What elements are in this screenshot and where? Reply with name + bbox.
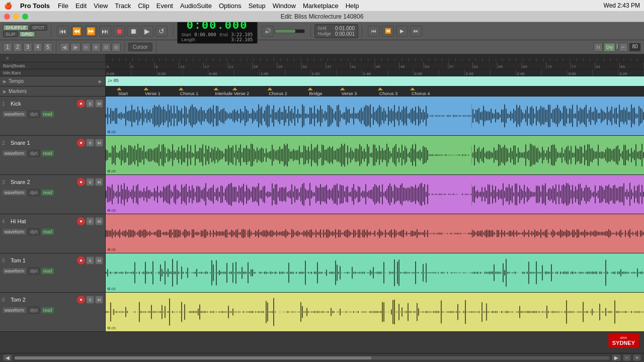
read-btn-2[interactable]: read [41,150,54,157]
zoom-expand-button[interactable]: ⊞ [112,43,121,52]
markers-content [106,86,644,96]
monitor-button[interactable]: 🔊 [262,26,274,37]
menu-edit[interactable]: Edit [75,2,87,10]
zoom-out-button[interactable]: ⊖ [82,43,91,52]
dyn-btn-2[interactable]: dyn [28,150,40,157]
waveform-btn-2[interactable]: waveform [2,150,27,157]
waveform-btn-3[interactable]: waveform [2,189,27,196]
zoom-in-btn[interactable]: + [633,354,641,361]
dyn-btn-3[interactable]: dyn [28,189,40,196]
zoom-out-btn[interactable]: − [623,354,631,361]
shuffle-button[interactable]: SHUFFLE [3,25,29,31]
waveform-btn-4[interactable]: waveform [2,228,27,235]
scroll-right-button[interactable]: ▶ [612,354,621,361]
menu-setup[interactable]: Setup [249,2,266,10]
dyn-btn-4[interactable]: dyn [28,228,40,235]
go-to-end-button[interactable]: ⏭ [99,26,111,37]
apple-menu[interactable]: 🍎 [4,2,12,10]
go-to-start-button[interactable]: ⏮ [57,26,69,37]
solo-btn-3[interactable]: S [86,178,94,186]
solo-btn-6[interactable]: S [86,296,94,304]
dyn-btn-1[interactable]: dyn [28,111,40,118]
horizontal-scrollbar[interactable] [14,356,610,360]
read-btn-3[interactable]: read [41,189,54,196]
menu-track[interactable]: Track [115,2,131,10]
solo-btn-1[interactable]: S [86,100,94,108]
minimize-button[interactable] [13,14,19,20]
solo-btn-4[interactable]: S [86,217,94,225]
zoom-forward-button[interactable]: |▶ [70,43,80,52]
scroll-left-button[interactable]: ◀ [3,354,12,361]
record-arm-4[interactable]: ● [77,217,85,225]
midi-button[interactable]: M [594,43,603,52]
read-btn-6[interactable]: read [41,307,54,314]
volume-slider[interactable] [275,29,305,33]
menu-marketplace[interactable]: Marketplace [303,2,339,10]
mute-btn-1[interactable]: M [95,100,103,108]
read-btn-5[interactable]: read [41,267,54,275]
ruler-canvas-bars [106,62,644,69]
grid-value: 0:01.000 [335,26,355,31]
tracks-scroll[interactable]: 1Kick●SMwaveformdynread0 dB⊲2Snare 1●SMw… [0,97,644,353]
dyn-btn-6[interactable]: dyn [28,307,40,314]
stop-button[interactable]: ⏹ [127,26,139,37]
num-btn-4[interactable]: 4 [33,43,42,52]
close-button[interactable] [4,14,10,20]
waveform-btn-6[interactable]: waveform [2,307,27,314]
track-name-1: Kick [11,101,75,107]
extra-btn-2[interactable]: ⏪ [382,26,394,37]
menu-window[interactable]: Window [273,2,296,10]
spot-button[interactable]: SPOT [30,25,47,31]
mute-btn-3[interactable]: M [95,178,103,186]
mute-btn-5[interactable]: M [95,256,103,264]
tempo-expand[interactable]: ▶ [99,79,102,84]
loop-button[interactable]: ↺ [155,26,168,37]
record-arm-2[interactable]: ● [77,139,85,147]
num-btn-1[interactable]: 1 [3,43,12,52]
mute-btn-2[interactable]: M [95,139,103,147]
fast-forward-button[interactable]: ⏩ [85,26,97,37]
read-btn-1[interactable]: read [41,111,54,118]
num-btn-5[interactable]: 5 [43,43,52,52]
left-sidebar-toggle[interactable]: ≡ [6,55,9,61]
menu-file[interactable]: File [58,2,68,10]
menu-options[interactable]: Options [219,2,242,10]
record-arm-6[interactable]: ● [77,296,85,304]
markers-expand[interactable]: ▶ [3,89,7,94]
slip-button[interactable]: SLIP [3,31,18,37]
menu-help[interactable]: Help [346,2,359,10]
track-content-6: 0 dB⊲ [106,293,644,331]
expand-arrow[interactable]: ▶ [3,79,7,84]
mute-btn-6[interactable]: M [95,296,103,304]
record-button[interactable]: ⏺ [113,26,125,37]
dyn-btn-5[interactable]: dyn [28,267,40,275]
zoom-fit-button[interactable]: ⊟ [102,43,111,52]
solo-btn-5[interactable]: S [86,256,94,264]
record-arm-1[interactable]: ● [77,100,85,108]
pencil-button[interactable]: ✏ [619,43,628,52]
menu-view[interactable]: View [94,2,108,10]
num-btn-3[interactable]: 3 [23,43,32,52]
num-btn-2[interactable]: 2 [13,43,22,52]
menu-audiosuite[interactable]: AudioSuite [180,2,212,10]
grid-button[interactable]: GRID [19,31,36,37]
record-arm-5[interactable]: ● [77,256,85,264]
maximize-button[interactable] [22,14,28,20]
waveform-btn-1[interactable]: waveform [2,111,27,118]
diy-button[interactable]: DIy [604,43,616,52]
zoom-in-button[interactable]: ⊕ [92,43,101,52]
rewind-button[interactable]: ⏪ [71,26,83,37]
markers-row: ▶ Markers [0,86,644,97]
solo-btn-2[interactable]: S [86,139,94,147]
extra-btn-3[interactable]: ▶ [396,26,408,37]
read-btn-4[interactable]: read [41,228,54,235]
extra-btn-1[interactable]: ⏮ [368,26,380,37]
waveform-btn-5[interactable]: waveform [2,267,27,275]
record-arm-3[interactable]: ● [77,178,85,186]
extra-btn-4[interactable]: ⏭ [410,26,422,37]
mute-btn-4[interactable]: M [95,217,103,225]
zoom-back-button[interactable]: ◀| [60,43,69,52]
menu-clip[interactable]: Clip [138,2,149,10]
menu-event[interactable]: Event [156,2,173,10]
play-button[interactable]: ▶ [141,26,153,37]
